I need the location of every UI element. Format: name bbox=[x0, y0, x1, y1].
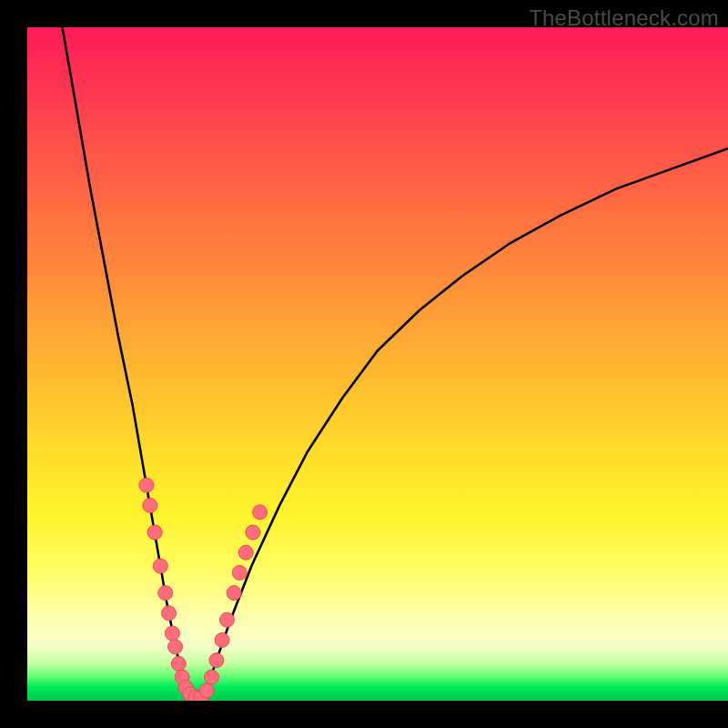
data-marker bbox=[219, 612, 234, 627]
chart-frame: TheBottleneck.com bbox=[0, 0, 728, 728]
marker-group bbox=[139, 478, 268, 701]
data-marker bbox=[205, 670, 219, 684]
data-marker bbox=[168, 640, 183, 654]
data-marker bbox=[158, 586, 173, 601]
data-marker bbox=[232, 565, 247, 580]
left-curve bbox=[63, 27, 189, 701]
data-marker bbox=[153, 559, 167, 573]
right-curve bbox=[203, 148, 729, 701]
data-marker bbox=[143, 498, 157, 512]
data-marker bbox=[165, 626, 179, 641]
data-marker bbox=[227, 586, 241, 601]
data-marker bbox=[199, 683, 214, 698]
watermark-text: TheBottleneck.com bbox=[529, 5, 719, 31]
data-marker bbox=[162, 606, 177, 621]
data-marker bbox=[246, 525, 260, 540]
plot-area bbox=[27, 27, 728, 701]
data-marker bbox=[215, 632, 229, 647]
data-marker bbox=[147, 525, 162, 540]
curve-layer bbox=[27, 27, 728, 701]
data-marker bbox=[253, 505, 268, 520]
data-marker bbox=[139, 478, 154, 492]
data-marker bbox=[238, 545, 253, 560]
data-marker bbox=[171, 656, 186, 671]
data-marker bbox=[209, 653, 224, 668]
